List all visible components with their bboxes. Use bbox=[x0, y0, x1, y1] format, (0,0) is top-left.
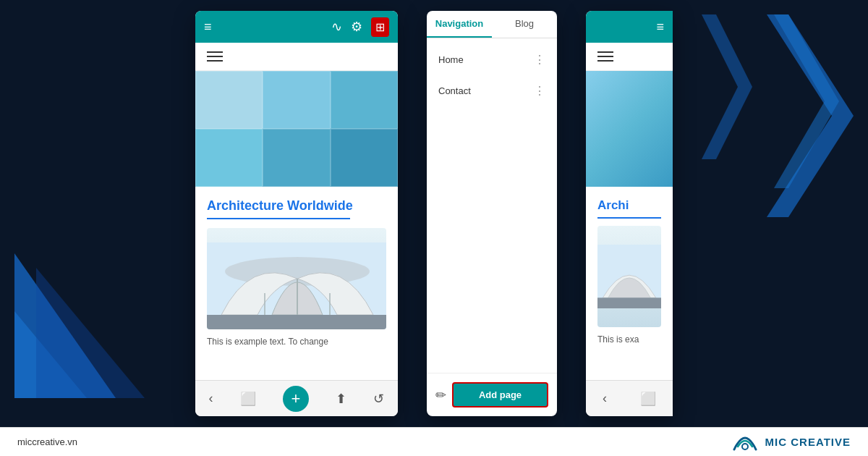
phone-hero bbox=[195, 71, 398, 187]
nav-items: Home ⋮ Contact ⋮ bbox=[427, 38, 557, 373]
hero-blocks bbox=[195, 71, 398, 187]
partial-nav bbox=[586, 43, 673, 71]
partial-arch-image bbox=[597, 226, 661, 327]
nav-bottom: ✏ Add page bbox=[427, 373, 557, 416]
partial-ham-2 bbox=[597, 56, 613, 57]
partial-content: Archi This is exa bbox=[586, 187, 673, 356]
settings-icon[interactable]: ⚙ bbox=[351, 19, 362, 35]
partial-bottom: ‹ ⬜ bbox=[586, 380, 673, 416]
partial-arch-svg bbox=[597, 226, 661, 327]
partial-hamburger-icon[interactable]: ≡ bbox=[656, 20, 664, 35]
partial-text: This is exa bbox=[597, 334, 661, 345]
phone-left: ≡ ∿ ⚙ ⊞ bbox=[195, 11, 398, 416]
nav-panel: Navigation Blog Home ⋮ Contact ⋮ ✏ Add p… bbox=[427, 11, 557, 416]
svg-rect-13 bbox=[597, 297, 661, 308]
phone-text: This is example text. To change bbox=[207, 337, 386, 347]
arch-image bbox=[207, 228, 386, 329]
brand-logo-icon bbox=[731, 432, 760, 452]
edit-icon[interactable]: ✏ bbox=[435, 387, 446, 403]
hero-block-6 bbox=[331, 129, 398, 187]
tab-navigation[interactable]: Navigation bbox=[427, 11, 492, 38]
tab-blog[interactable]: Blog bbox=[492, 11, 557, 38]
hamburger-icon[interactable]: ≡ bbox=[204, 20, 212, 35]
hero-block-1 bbox=[195, 71, 263, 129]
partial-hamburger[interactable] bbox=[597, 51, 661, 62]
hero-block-3 bbox=[331, 71, 398, 129]
partial-underline bbox=[597, 217, 661, 219]
hero-block-4 bbox=[195, 129, 263, 187]
partial-ham-1 bbox=[597, 51, 613, 53]
add-page-button[interactable]: Add page bbox=[452, 382, 548, 408]
partial-toolbar: ≡ bbox=[586, 11, 673, 43]
add-button[interactable]: + bbox=[283, 386, 309, 412]
partial-hero bbox=[586, 71, 673, 187]
nav-item-home-menu[interactable]: ⋮ bbox=[534, 53, 545, 67]
activity-icon[interactable]: ∿ bbox=[331, 19, 342, 35]
phone-bottom-bar: ‹ ⬜ + ⬆ ↺ bbox=[195, 380, 398, 416]
svg-point-14 bbox=[742, 444, 748, 449]
hamburger-line-1 bbox=[207, 51, 223, 53]
nav-item-contact-label: Contact bbox=[438, 85, 471, 96]
title-underline bbox=[207, 218, 350, 219]
partial-ham-3 bbox=[597, 60, 613, 62]
phone-title: Architecture Worldwide bbox=[207, 198, 386, 214]
phone-toolbar: ≡ ∿ ⚙ ⊞ bbox=[195, 11, 398, 43]
phone-right: ≡ Archi This is exa bbox=[586, 11, 673, 416]
hero-block-2 bbox=[263, 71, 330, 129]
back-icon[interactable]: ‹ bbox=[209, 391, 213, 406]
main-area: ≡ ∿ ⚙ ⊞ bbox=[0, 0, 868, 427]
nav-item-contact[interactable]: Contact ⋮ bbox=[427, 75, 557, 106]
hamburger-line-3 bbox=[207, 60, 223, 62]
partial-screen-icon[interactable]: ⬜ bbox=[640, 391, 656, 407]
hamburger-line-2 bbox=[207, 56, 223, 57]
nav-item-home[interactable]: Home ⋮ bbox=[427, 44, 557, 75]
footer-brand: MIC CREATIVE bbox=[731, 432, 851, 452]
brand-name: MIC CREATIVE bbox=[765, 436, 851, 448]
hamburger-menu[interactable] bbox=[207, 51, 386, 62]
svg-rect-11 bbox=[207, 315, 386, 329]
nav-item-contact-menu[interactable]: ⋮ bbox=[534, 84, 545, 98]
footer: miccreative.vn MIC CREATIVE bbox=[0, 427, 868, 456]
screen-icon[interactable]: ⬜ bbox=[240, 391, 256, 407]
partial-back-icon[interactable]: ‹ bbox=[603, 391, 607, 406]
hero-block-5 bbox=[263, 129, 330, 187]
footer-url: miccreative.vn bbox=[17, 436, 77, 447]
arch-svg bbox=[207, 242, 386, 329]
nav-tabs: Navigation Blog bbox=[427, 11, 557, 38]
partial-title: Archi bbox=[597, 198, 661, 213]
share-icon[interactable]: ⬆ bbox=[336, 391, 346, 407]
phone-nav bbox=[195, 43, 398, 71]
toolbar-right-icons: ∿ ⚙ ⊞ bbox=[331, 17, 389, 37]
redo-icon[interactable]: ↺ bbox=[373, 391, 384, 407]
layout-icon[interactable]: ⊞ bbox=[371, 17, 389, 37]
phone-content: Architecture Worldwide bbox=[195, 187, 398, 380]
nav-item-home-label: Home bbox=[438, 54, 464, 65]
